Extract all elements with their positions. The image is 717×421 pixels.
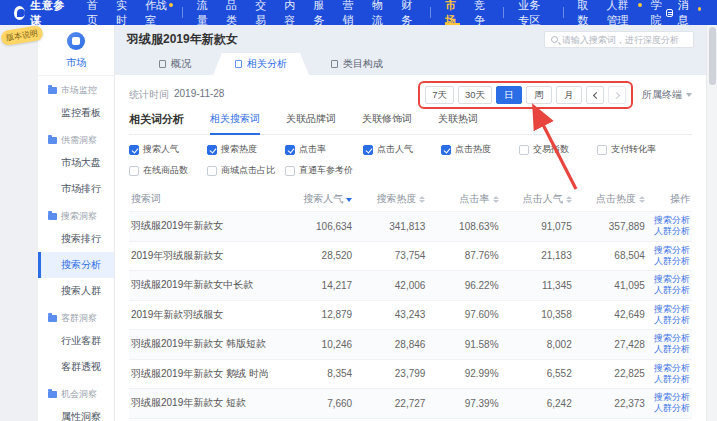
subtab-关联修饰词[interactable]: 关联修饰词 xyxy=(362,112,412,127)
terminal-select[interactable]: 所属终端 xyxy=(642,88,692,102)
metric-row: 搜索人气搜索热度点击率点击人气点击热度交易指数支付转化率 xyxy=(129,143,692,156)
granularity-月[interactable]: 月 xyxy=(556,86,582,104)
search-input[interactable] xyxy=(562,35,687,45)
tab-类目构成[interactable]: 类目构成 xyxy=(309,53,405,75)
column-header-点击人气[interactable]: 点击人气 xyxy=(501,187,574,212)
sidebar-group-搜索洞察[interactable]: 搜索洞察 xyxy=(38,202,114,226)
brand[interactable]: 生意参谋 xyxy=(0,0,67,25)
metric-点击人气[interactable]: 点击人气 xyxy=(363,143,441,156)
sidebar-group-客群洞察[interactable]: 客群洞察 xyxy=(38,304,114,328)
checkbox[interactable] xyxy=(207,166,217,176)
subtab-关联热词[interactable]: 关联热词 xyxy=(438,112,478,127)
sidebar-group-市场监控[interactable]: 市场监控 xyxy=(38,76,114,100)
tab-概况[interactable]: 概况 xyxy=(137,53,213,75)
nav-item-服务[interactable]: 服务 xyxy=(314,0,329,25)
metric-搜索人气[interactable]: 搜索人气 xyxy=(129,143,207,156)
checkbox[interactable] xyxy=(129,145,139,155)
nav-item-竞争[interactable]: 竞争 xyxy=(474,0,489,25)
range-button-30天[interactable]: 30天 xyxy=(458,86,492,104)
nav-item-市场[interactable]: 市场 xyxy=(445,0,460,25)
version-tag[interactable]: 版本说明 xyxy=(0,25,44,46)
value-cell: 108.63% xyxy=(427,212,500,242)
checkbox[interactable] xyxy=(363,145,373,155)
action-人群分析[interactable]: 人群分析 xyxy=(649,374,690,385)
checkbox[interactable] xyxy=(597,145,607,155)
action-人群分析[interactable]: 人群分析 xyxy=(649,403,690,414)
metric-点击热度[interactable]: 点击热度 xyxy=(441,143,519,156)
range-button-7天[interactable]: 7天 xyxy=(425,86,454,104)
checkbox[interactable] xyxy=(129,166,139,176)
sidebar-group-机会洞察[interactable]: 机会洞察 xyxy=(38,380,114,404)
sidebar-item-搜索分析[interactable]: 搜索分析 xyxy=(38,252,114,278)
nav-item-人群管理[interactable]: 人群管理 xyxy=(606,0,636,25)
action-人群分析[interactable]: 人群分析 xyxy=(649,256,690,267)
nav-item-业务专区[interactable]: 业务专区 xyxy=(518,0,548,25)
sidebar-item-行业客群[interactable]: 行业客群 xyxy=(38,328,114,354)
action-搜索分析[interactable]: 搜索分析 xyxy=(649,363,690,374)
metric-支付转化率[interactable]: 支付转化率 xyxy=(597,143,675,156)
sort-up-caret xyxy=(493,196,499,199)
action-搜索分析[interactable]: 搜索分析 xyxy=(649,274,690,285)
nav-item-学院[interactable]: 学院 xyxy=(651,0,666,25)
checkbox[interactable] xyxy=(519,145,529,155)
sidebar-item-监控看板[interactable]: 监控看板 xyxy=(38,100,114,126)
column-header-点击率[interactable]: 点击率 xyxy=(427,187,500,212)
action-搜索分析[interactable]: 搜索分析 xyxy=(649,245,690,256)
metric-在线商品数[interactable]: 在线商品数 xyxy=(129,164,207,177)
nav-item-财务[interactable]: 财务 xyxy=(401,0,416,25)
nav-item-流量[interactable]: 流量 xyxy=(197,0,212,25)
scrollbar-thumb[interactable] xyxy=(709,27,716,85)
checkbox[interactable] xyxy=(285,166,295,176)
nav-item-物流[interactable]: 物流 xyxy=(372,0,387,25)
sidebar-group-供需洞察[interactable]: 供需洞察 xyxy=(38,126,114,150)
metric-点击率[interactable]: 点击率 xyxy=(285,143,363,156)
prev-date-button[interactable] xyxy=(586,86,604,104)
sidebar-item-市场排行[interactable]: 市场排行 xyxy=(38,176,114,202)
nav-item-交易[interactable]: 交易 xyxy=(255,0,270,25)
action-人群分析[interactable]: 人群分析 xyxy=(649,315,690,326)
subtab-相关搜索词[interactable]: 相关搜索词 xyxy=(210,112,260,127)
folder-icon xyxy=(48,391,57,398)
action-搜索分析[interactable]: 搜索分析 xyxy=(649,333,690,344)
nav-item-品类[interactable]: 品类 xyxy=(226,0,241,25)
scrollbar-track[interactable] xyxy=(706,25,717,421)
metric-商城点击占比[interactable]: 商城点击占比 xyxy=(207,164,285,177)
sidebar-module-header[interactable]: 市场 xyxy=(38,25,114,76)
tab-相关分析[interactable]: 相关分析 xyxy=(213,53,309,75)
metric-直通车参考价[interactable]: 直通车参考价 xyxy=(285,164,363,177)
column-header-搜索人气[interactable]: 搜索人气 xyxy=(281,187,354,212)
nav-item-首页[interactable]: 首页 xyxy=(87,0,102,25)
sidebar-item-搜索人群[interactable]: 搜索人群 xyxy=(38,278,114,304)
metric-交易指数[interactable]: 交易指数 xyxy=(519,143,597,156)
nav-item-内容[interactable]: 内容 xyxy=(284,0,299,25)
nav-item-取数[interactable]: 取数 xyxy=(577,0,592,25)
action-人群分析[interactable]: 人群分析 xyxy=(649,226,690,237)
nav-item-营销[interactable]: 营销 xyxy=(343,0,358,25)
sort-desc-icon xyxy=(346,198,352,202)
checkbox[interactable] xyxy=(441,145,451,155)
next-date-button[interactable] xyxy=(608,86,626,104)
subtab-关联品牌词[interactable]: 关联品牌词 xyxy=(286,112,336,127)
sidebar-item-搜索排行[interactable]: 搜索排行 xyxy=(38,226,114,252)
nav-item-实时[interactable]: 实时 xyxy=(116,0,131,25)
sidebar-group-label: 机会洞察 xyxy=(61,388,97,401)
column-header-点击热度[interactable]: 点击热度 xyxy=(574,187,647,212)
action-搜索分析[interactable]: 搜索分析 xyxy=(649,392,690,403)
sidebar-item-市场大盘[interactable]: 市场大盘 xyxy=(38,150,114,176)
granularity-日[interactable]: 日 xyxy=(496,86,522,104)
section-tabs: 相关搜索词关联品牌词关联修饰词关联热词 xyxy=(210,112,478,127)
keyword-search[interactable] xyxy=(544,31,694,48)
checkbox[interactable] xyxy=(207,145,217,155)
column-header-搜索热度[interactable]: 搜索热度 xyxy=(354,187,427,212)
action-搜索分析[interactable]: 搜索分析 xyxy=(649,215,690,226)
sidebar-item-属性洞察[interactable]: 属性洞察 xyxy=(38,404,114,421)
metric-搜索热度[interactable]: 搜索热度 xyxy=(207,143,285,156)
action-人群分析[interactable]: 人群分析 xyxy=(649,344,690,355)
action-搜索分析[interactable]: 搜索分析 xyxy=(649,304,690,315)
action-人群分析[interactable]: 人群分析 xyxy=(649,285,690,296)
checkbox[interactable] xyxy=(285,145,295,155)
granularity-周[interactable]: 周 xyxy=(526,86,552,104)
nav-messages[interactable]: 消息 xyxy=(666,0,717,25)
sidebar-item-客群透视[interactable]: 客群透视 xyxy=(38,354,114,380)
nav-item-作战室[interactable]: 作战室 xyxy=(145,0,168,25)
